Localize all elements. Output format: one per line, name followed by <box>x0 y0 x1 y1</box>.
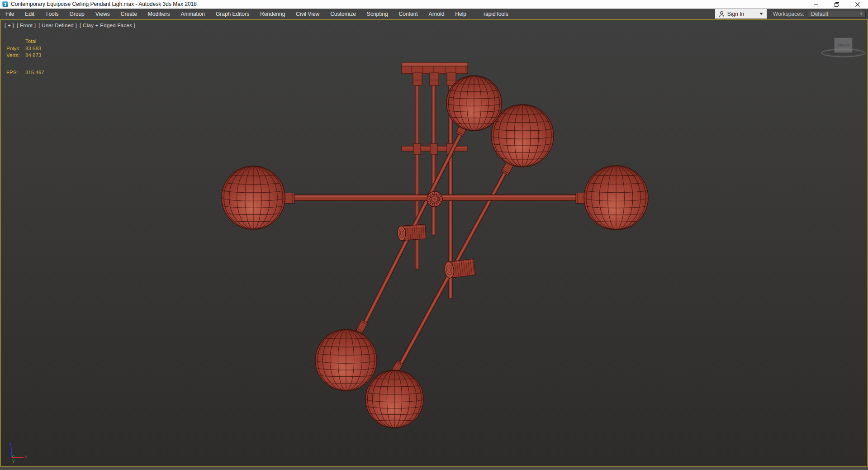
polys-value: 83 583 <box>25 45 41 52</box>
viewcube-front-face: FRONT <box>838 43 849 47</box>
status-bar-edge <box>0 467 868 470</box>
window-title: Contemporary Equipoise Ceiling Pendant L… <box>11 0 197 9</box>
verts-value: 84 873 <box>25 52 41 59</box>
chevron-down-icon <box>759 13 763 15</box>
close-icon <box>855 2 860 7</box>
restore-button[interactable] <box>826 0 847 9</box>
viewport-label-segment-2[interactable]: [ User Defined ] <box>38 23 77 28</box>
menu-modifiers[interactable]: Modifiers <box>142 9 175 19</box>
svg-text:3: 3 <box>4 2 6 7</box>
menu-content[interactable]: Content <box>394 9 423 19</box>
menu-help[interactable]: Help <box>450 9 472 19</box>
menu-rendering[interactable]: Rendering <box>255 9 290 19</box>
menu-tools[interactable]: Tools <box>40 9 64 19</box>
workspaces-label: Workspaces: <box>773 11 804 17</box>
minimize-button[interactable] <box>806 0 826 9</box>
menu-graph-editors[interactable]: Graph Editors <box>210 9 255 19</box>
workspaces-select[interactable]: Default <box>808 10 866 18</box>
menu-arnold[interactable]: Arnold <box>423 9 450 19</box>
window-controls <box>806 0 868 9</box>
axis-x-label: x <box>24 454 27 459</box>
menu-create[interactable]: Create <box>115 9 142 19</box>
viewport-label-segment-0[interactable]: [ + ] <box>5 23 14 28</box>
menu-animation[interactable]: Animation <box>175 9 210 19</box>
viewport-label-segment-1[interactable]: [ Front ] <box>17 23 36 28</box>
restore-icon <box>834 2 840 7</box>
fps-value: 315,467 <box>25 69 44 76</box>
viewport[interactable]: FRONTzxy [ + ][ Front ][ User Defined ][… <box>0 19 868 467</box>
stats-header: Total <box>25 38 36 45</box>
sign-in-label: Sign In <box>727 11 757 17</box>
menu-group[interactable]: Group <box>64 9 90 19</box>
viewport-statistics: Total Polys:83 583 Verts:84 873 FPS:315,… <box>6 38 44 76</box>
3ds-max-app-icon: 3 <box>2 1 8 7</box>
menu-civil-view[interactable]: Civil View <box>290 9 325 19</box>
viewport-label-segment-3[interactable]: [ Clay + Edged Faces ] <box>80 23 135 28</box>
window-titlebar: 3 Contemporary Equipoise Ceiling Pendant… <box>0 0 868 9</box>
polys-label: Polys: <box>6 45 25 52</box>
user-icon <box>719 11 725 17</box>
fps-label: FPS: <box>6 69 25 76</box>
workspaces-value: Default <box>811 11 860 17</box>
viewport-canvas[interactable]: FRONTzxy <box>1 20 867 466</box>
menu-file[interactable]: File <box>0 9 19 19</box>
main-menu: FileEditToolsGroupViewsCreateModifiersAn… <box>0 9 514 19</box>
viewcube[interactable]: FRONT <box>822 38 864 57</box>
menu-scripting[interactable]: Scripting <box>361 9 394 19</box>
close-button[interactable] <box>847 0 868 9</box>
viewport-label: [ + ][ Front ][ User Defined ][ Clay + E… <box>5 23 135 28</box>
minimize-icon <box>814 2 819 7</box>
sign-in-button[interactable]: Sign In <box>715 9 767 19</box>
chevron-down-icon <box>860 13 863 15</box>
menu-bar: FileEditToolsGroupViewsCreateModifiersAn… <box>0 9 868 19</box>
axis-gizmo: zxy <box>9 442 27 463</box>
verts-label: Verts: <box>6 52 25 59</box>
axis-z-label: z <box>9 442 12 447</box>
menu-edit[interactable]: Edit <box>19 9 40 19</box>
pendant-light-model <box>222 62 648 428</box>
menu-customize[interactable]: Customize <box>325 9 361 19</box>
menu-views[interactable]: Views <box>90 9 115 19</box>
menu-rapidtools[interactable]: rapidTools <box>478 9 514 19</box>
axis-y-label: y <box>12 458 15 463</box>
